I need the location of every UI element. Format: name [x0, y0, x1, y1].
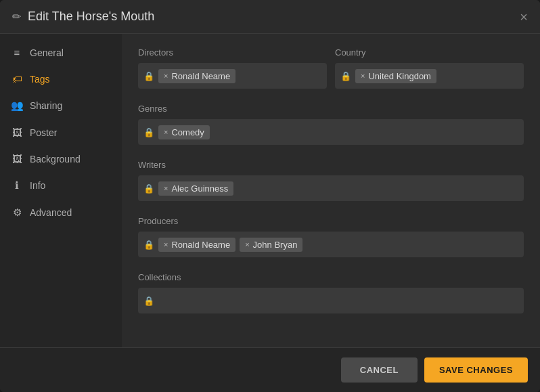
genres-tag-0-remove[interactable]: ×: [164, 128, 168, 136]
sidebar: ≡ General 🏷 Tags 👥 Sharing 🖼 Poster 🖼 Ba…: [0, 34, 122, 347]
directors-tag-0-remove[interactable]: ×: [164, 72, 168, 80]
tags-icon: 🏷: [11, 73, 23, 85]
directors-input[interactable]: 🔒 × Ronald Neame: [138, 63, 327, 89]
poster-icon: 🖼: [11, 127, 23, 138]
save-button[interactable]: SAVE CHANGES: [424, 357, 528, 383]
sharing-icon: 👥: [11, 100, 23, 112]
background-icon: 🖼: [11, 153, 23, 165]
sidebar-item-background-label: Background: [30, 154, 81, 165]
genres-tag-0-label: Comedy: [171, 127, 204, 137]
sidebar-item-poster[interactable]: 🖼 Poster: [0, 119, 122, 146]
genres-lock-icon: 🔒: [143, 127, 154, 137]
sidebar-item-tags[interactable]: 🏷 Tags: [0, 66, 122, 92]
producers-tag-1-remove[interactable]: ×: [245, 240, 249, 248]
producers-tag-1-label: John Bryan: [253, 240, 298, 250]
sidebar-item-advanced-label: Advanced: [30, 207, 72, 218]
dialog-header: ✏ Edit The Horse's Mouth ×: [0, 0, 540, 34]
directors-label: Directors: [138, 47, 327, 58]
writers-tag-0[interactable]: × Alec Guinness: [158, 181, 233, 196]
advanced-icon: ⚙: [11, 206, 23, 219]
collections-input[interactable]: 🔒: [138, 288, 524, 313]
writers-input[interactable]: 🔒 × Alec Guinness: [138, 175, 524, 201]
content-area: Directors 🔒 × Ronald Neame Country �: [122, 34, 540, 347]
producers-tag-0[interactable]: × Ronald Neame: [158, 238, 235, 252]
directors-tag-0-label: Ronald Neame: [171, 71, 230, 81]
writers-group: Writers 🔒 × Alec Guinness: [138, 160, 524, 201]
genres-input[interactable]: 🔒 × Comedy: [138, 119, 524, 145]
writers-lock-icon: 🔒: [143, 183, 154, 194]
sidebar-item-sharing[interactable]: 👥 Sharing: [0, 92, 122, 119]
sidebar-item-advanced[interactable]: ⚙ Advanced: [0, 199, 122, 226]
cancel-button[interactable]: CANCEL: [341, 357, 418, 383]
sidebar-item-general-label: General: [30, 47, 64, 58]
producers-tag-0-remove[interactable]: ×: [164, 240, 168, 248]
producers-group: Producers 🔒 × Ronald Neame × John Bryan: [138, 216, 524, 257]
producers-input[interactable]: 🔒 × Ronald Neame × John Bryan: [138, 232, 524, 257]
directors-country-row: Directors 🔒 × Ronald Neame Country �: [138, 47, 524, 89]
sidebar-item-info[interactable]: ℹ Info: [0, 172, 122, 199]
dialog-title-wrap: ✏ Edit The Horse's Mouth: [12, 9, 154, 24]
country-input[interactable]: 🔒 × United Kingdom: [335, 63, 524, 89]
directors-lock-icon: 🔒: [143, 71, 154, 81]
dialog-footer: CANCEL SAVE CHANGES: [0, 347, 540, 392]
directors-country-group: Directors 🔒 × Ronald Neame Country �: [138, 47, 524, 89]
dialog-title: Edit The Horse's Mouth: [28, 9, 154, 24]
collections-group: Collections 🔒: [138, 272, 524, 313]
writers-tag-0-remove[interactable]: ×: [164, 184, 168, 192]
collections-lock-icon: 🔒: [143, 296, 154, 306]
sidebar-item-info-label: Info: [30, 180, 45, 191]
sidebar-item-general[interactable]: ≡ General: [0, 39, 122, 66]
general-icon: ≡: [11, 47, 23, 58]
info-icon: ℹ: [11, 179, 23, 192]
genres-tag-0[interactable]: × Comedy: [158, 125, 210, 139]
country-label: Country: [335, 47, 524, 58]
producers-tag-0-label: Ronald Neame: [171, 240, 230, 250]
sidebar-item-poster-label: Poster: [30, 127, 57, 138]
writers-tag-0-label: Alec Guinness: [171, 183, 228, 194]
country-lock-icon: 🔒: [340, 71, 351, 81]
collections-label: Collections: [138, 272, 524, 282]
country-tag-0-remove[interactable]: ×: [361, 72, 365, 80]
edit-dialog: ✏ Edit The Horse's Mouth × ≡ General 🏷 T…: [0, 0, 540, 392]
close-button[interactable]: ×: [520, 10, 528, 24]
genres-group: Genres 🔒 × Comedy: [138, 104, 524, 145]
directors-tag-0[interactable]: × Ronald Neame: [158, 69, 235, 83]
country-field-wrap: Country 🔒 × United Kingdom: [335, 47, 524, 89]
genres-label: Genres: [138, 104, 524, 114]
producers-label: Producers: [138, 216, 524, 226]
producers-tag-1[interactable]: × John Bryan: [240, 238, 302, 252]
writers-label: Writers: [138, 160, 524, 170]
pencil-icon: ✏: [12, 10, 21, 23]
dialog-body: ≡ General 🏷 Tags 👥 Sharing 🖼 Poster 🖼 Ba…: [0, 34, 540, 347]
sidebar-item-tags-label: Tags: [30, 74, 50, 85]
sidebar-item-background[interactable]: 🖼 Background: [0, 146, 122, 172]
producers-lock-icon: 🔒: [143, 240, 154, 250]
country-tag-0-label: United Kingdom: [368, 71, 431, 81]
sidebar-item-sharing-label: Sharing: [30, 100, 62, 111]
country-tag-0[interactable]: × United Kingdom: [355, 69, 436, 83]
directors-field-wrap: Directors 🔒 × Ronald Neame: [138, 47, 327, 89]
